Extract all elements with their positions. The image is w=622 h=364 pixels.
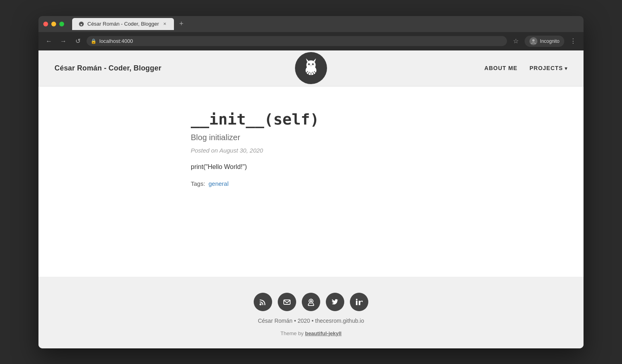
svg-point-2 (532, 39, 535, 42)
post-tags: Tags: general (191, 180, 567, 187)
svg-point-16 (310, 300, 312, 302)
svg-point-5 (306, 60, 315, 70)
svg-point-11 (313, 64, 313, 64)
browser-window: ● César Román - Coder, Blogger ✕ + ← → ↺… (38, 16, 584, 348)
social-icons-row (254, 293, 368, 311)
refresh-button[interactable]: ↺ (72, 36, 83, 47)
footer-copyright: César Román • 2020 • thecesrom.github.io (258, 318, 364, 324)
svg-text:●: ● (81, 23, 83, 26)
forward-button[interactable]: → (58, 36, 69, 47)
logo-icon (299, 56, 323, 80)
rss-icon (259, 298, 267, 306)
nav-about-link[interactable]: ABOUT ME (485, 65, 518, 71)
post-title: __init__(self) (191, 111, 567, 128)
tab-bar: ● César Román - Coder, Blogger ✕ + (72, 18, 579, 30)
svg-rect-14 (284, 300, 290, 304)
tab-close-button[interactable]: ✕ (162, 21, 168, 27)
linkedin-icon (355, 298, 363, 306)
email-icon (283, 298, 291, 306)
minimize-button[interactable] (51, 22, 56, 26)
footer-theme-link[interactable]: beautiful-jekyll (305, 330, 341, 336)
url-bar[interactable]: localhost:4000 (87, 36, 507, 46)
svg-rect-17 (356, 301, 357, 305)
rss-icon-link[interactable] (254, 293, 272, 311)
svg-point-18 (356, 299, 357, 300)
incognito-button[interactable]: Incognito (525, 36, 564, 47)
github-icon-link[interactable] (302, 293, 320, 311)
twitter-icon-link[interactable] (326, 293, 344, 311)
site-footer: César Román • 2020 • thecesrom.github.io… (38, 277, 584, 348)
address-bar: ← → ↺ 🔒 localhost:4000 ☆ Incognito ⋮ (38, 32, 584, 50)
back-button[interactable]: ← (43, 36, 55, 47)
footer-theme-prefix: Theme by (281, 330, 305, 336)
email-icon-link[interactable] (278, 293, 296, 311)
title-bar: ● César Román - Coder, Blogger ✕ + (38, 16, 584, 32)
site-main: __init__(self) Blog initializer Posted o… (38, 86, 584, 277)
svg-point-12 (311, 65, 312, 66)
footer-theme: Theme by beautiful-jekyll (281, 330, 341, 336)
tag-general[interactable]: general (208, 180, 228, 187)
bookmark-button[interactable]: ☆ (510, 36, 521, 47)
tab-label: César Román - Coder, Blogger (87, 21, 159, 27)
maximize-button[interactable] (59, 22, 64, 26)
lock-icon: 🔒 (91, 38, 97, 44)
active-tab[interactable]: ● César Román - Coder, Blogger ✕ (72, 18, 174, 30)
incognito-avatar-icon (529, 37, 537, 45)
site-title: César Román - Coder, Blogger (55, 64, 162, 72)
github-icon (307, 298, 315, 306)
new-tab-button[interactable]: + (176, 18, 187, 30)
site-header: César Román - Coder, Blogger (38, 50, 584, 86)
browser-right-controls: ☆ Incognito ⋮ (510, 36, 579, 47)
website-content: César Román - Coder, Blogger (38, 50, 584, 348)
svg-point-10 (309, 64, 310, 64)
svg-point-13 (260, 303, 262, 305)
nav-projects-link[interactable]: PROJECTS (529, 65, 567, 71)
site-logo (295, 52, 327, 84)
post-date: Posted on August 30, 2020 (191, 147, 567, 154)
incognito-label: Incognito (540, 38, 559, 44)
post-subtitle: Blog initializer (191, 133, 567, 142)
browser-menu-button[interactable]: ⋮ (567, 36, 579, 47)
address-wrapper: 🔒 localhost:4000 (87, 36, 507, 46)
site-nav: ABOUT ME PROJECTS (485, 65, 567, 71)
twitter-icon (331, 298, 339, 306)
tab-favicon-icon: ● (79, 21, 84, 27)
post-content: print("Hello World!") (191, 163, 567, 171)
close-button[interactable] (43, 22, 48, 26)
tags-label: Tags: (191, 180, 205, 187)
linkedin-icon-link[interactable] (350, 293, 368, 311)
incognito-icon (530, 38, 537, 44)
